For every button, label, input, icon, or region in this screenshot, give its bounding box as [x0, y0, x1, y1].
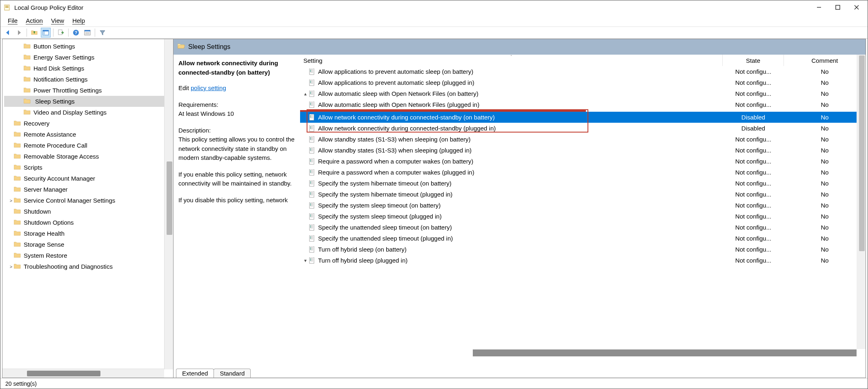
policy-item-icon: [309, 147, 316, 154]
help-button[interactable]: ?: [71, 28, 81, 38]
policy-state: Disabled: [723, 125, 784, 132]
folder-icon: [14, 142, 21, 149]
details-vertical-scrollbar[interactable]: [857, 55, 866, 349]
column-header-comment[interactable]: Comment: [784, 55, 866, 66]
expand-icon[interactable]: >: [8, 198, 14, 203]
policy-state: Not configu...: [723, 68, 784, 75]
tree-item[interactable]: Shutdown: [4, 206, 173, 217]
tree-item[interactable]: Remote Procedure Call: [4, 140, 173, 151]
policy-item-icon: [309, 191, 316, 198]
tree-item[interactable]: Notification Settings: [4, 74, 173, 85]
tree-item[interactable]: Storage Sense: [4, 239, 173, 250]
policy-row[interactable]: Allow standby states (S1-S3) when sleepi…: [300, 145, 866, 156]
policy-row[interactable]: Specify the system hibernate timeout (pl…: [300, 189, 866, 200]
policy-row[interactable]: Allow network connectivity during connec…: [300, 112, 866, 123]
tree-item[interactable]: Energy Saver Settings: [4, 52, 173, 63]
policy-state: Disabled: [723, 114, 784, 121]
policy-setting-name: Specify the system hibernate timeout (pl…: [317, 191, 723, 198]
tree-item[interactable]: Recovery: [4, 118, 173, 129]
tree-item[interactable]: System Restore: [4, 250, 173, 261]
policy-setting-name: Allow automatic sleep with Open Network …: [317, 101, 723, 108]
window-title: Local Group Policy Editor: [14, 4, 83, 11]
policy-comment: No: [784, 191, 866, 198]
tree-item[interactable]: Server Manager: [4, 184, 173, 195]
policy-state: Not configu...: [723, 224, 784, 231]
edit-policy-link[interactable]: policy setting: [191, 84, 226, 91]
policy-comment: No: [784, 224, 866, 231]
menu-help[interactable]: Help: [68, 15, 89, 26]
column-header-state[interactable]: State: [723, 55, 784, 66]
scrollbar-thumb[interactable]: [167, 161, 172, 235]
filter-button[interactable]: [98, 28, 107, 38]
policy-row[interactable]: Require a password when a computer wakes…: [300, 167, 866, 178]
policy-state: Not configu...: [723, 136, 784, 143]
scroll-down-icon[interactable]: ▾: [302, 258, 309, 263]
status-text: 20 setting(s): [3, 380, 39, 387]
tree-item[interactable]: Scripts: [4, 162, 173, 173]
tab-extended[interactable]: Extended: [176, 369, 214, 378]
policy-row[interactable]: Specify the unattended sleep timeout (on…: [300, 222, 866, 233]
tree-item[interactable]: Video and Display Settings: [4, 107, 173, 118]
folder-icon: [14, 164, 21, 171]
scrollbar-thumb[interactable]: [859, 55, 865, 251]
menu-bar: File Action View Help: [0, 14, 868, 27]
tree-item-label: Scripts: [24, 164, 42, 171]
policy-row[interactable]: Allow standby states (S1-S3) when sleepi…: [300, 134, 866, 145]
tree-item[interactable]: Sleep Settings: [4, 96, 173, 107]
tree-item[interactable]: >Service Control Manager Settings: [4, 195, 173, 206]
policy-item-icon: [309, 246, 316, 253]
column-header-setting[interactable]: ˄ Setting: [300, 55, 723, 66]
policy-row[interactable]: Specify the unattended sleep timeout (pl…: [300, 233, 866, 244]
list-header: ˄ Setting State Comment: [300, 55, 866, 66]
minimize-button[interactable]: [810, 1, 828, 14]
policy-row[interactable]: Allow applications to prevent automatic …: [300, 77, 866, 88]
folder-icon: [24, 54, 31, 61]
scrollbar-thumb[interactable]: [27, 371, 100, 376]
up-button[interactable]: [29, 28, 39, 38]
menu-view[interactable]: View: [47, 15, 68, 26]
policy-row[interactable]: Allow applications to prevent automatic …: [300, 66, 866, 77]
svg-rect-20: [85, 30, 90, 31]
tab-standard[interactable]: Standard: [214, 369, 251, 378]
policy-row[interactable]: Specify the system hibernate timeout (on…: [300, 178, 866, 189]
policy-state: Not configu...: [723, 257, 784, 264]
tree-item[interactable]: >Troubleshooting and Diagnostics: [4, 261, 173, 272]
tree-item[interactable]: Button Settings: [4, 41, 173, 52]
scroll-up-icon[interactable]: ▴: [302, 91, 309, 97]
tree-item[interactable]: Power Throttling Settings: [4, 85, 173, 96]
policy-row[interactable]: Specify the system sleep timeout (plugge…: [300, 211, 866, 222]
policy-row[interactable]: Allow network connectivity during connec…: [300, 123, 866, 134]
close-button[interactable]: [847, 1, 866, 14]
expand-icon[interactable]: >: [8, 264, 14, 269]
policy-item-icon: [309, 102, 316, 108]
show-hide-tree-button[interactable]: [41, 28, 51, 38]
svg-rect-7: [5, 6, 9, 7]
properties-button[interactable]: [82, 28, 92, 38]
policy-row[interactable]: Require a password when a computer wakes…: [300, 156, 866, 167]
tree-item[interactable]: Shutdown Options: [4, 217, 173, 228]
tree-item[interactable]: Security Account Manager: [4, 173, 173, 184]
tree-vertical-scrollbar[interactable]: [164, 39, 173, 369]
policy-item-icon: [309, 169, 316, 176]
menu-action[interactable]: Action: [22, 15, 47, 26]
back-button[interactable]: [3, 28, 13, 38]
policy-comment: No: [784, 136, 866, 143]
policy-row[interactable]: Turn off hybrid sleep (on battery)Not co…: [300, 244, 866, 255]
forward-button[interactable]: [14, 28, 24, 38]
folder-icon: [14, 241, 21, 248]
tree-item[interactable]: Removable Storage Access: [4, 151, 173, 162]
tree-horizontal-scrollbar[interactable]: [2, 369, 164, 378]
tree-item[interactable]: Hard Disk Settings: [4, 63, 173, 74]
menu-file[interactable]: File: [4, 15, 22, 26]
folder-icon: [14, 252, 21, 259]
tree-item[interactable]: Remote Assistance: [4, 129, 173, 140]
maximize-button[interactable]: [828, 1, 847, 14]
policy-row[interactable]: Allow automatic sleep with Open Network …: [300, 99, 866, 110]
tree-item[interactable]: Storage Health: [4, 228, 173, 239]
details-horizontal-scrollbar[interactable]: [473, 349, 857, 356]
policy-row[interactable]: Specify the system sleep timeout (on bat…: [300, 200, 866, 211]
description-text-3: If you disable this policy setting, netw…: [178, 196, 295, 205]
policy-row[interactable]: ▴Allow automatic sleep with Open Network…: [300, 88, 866, 99]
export-button[interactable]: [56, 28, 66, 38]
policy-row[interactable]: ▾Turn off hybrid sleep (plugged in)Not c…: [300, 255, 866, 266]
